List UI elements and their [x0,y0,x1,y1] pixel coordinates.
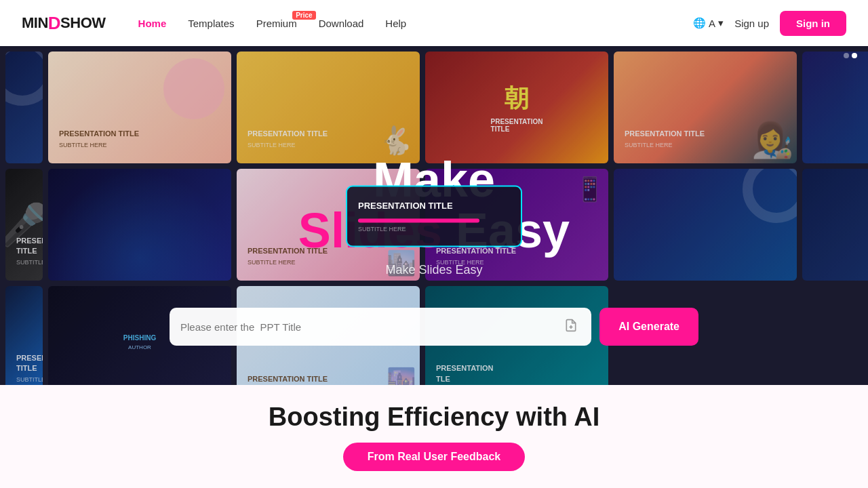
chevron-down-icon: ▾ [718,17,724,29]
logo[interactable]: MINDSHOW [22,13,106,34]
hero-subtitle: Make Slides Easy [385,263,482,277]
nav-download[interactable]: Download [319,18,364,29]
popup-bar [358,218,479,222]
language-selector[interactable]: 🌐 A ▾ [693,17,724,29]
popup-title: PRESENTATION TITLE [358,201,510,212]
nav-help[interactable]: Help [385,18,406,29]
nav-home[interactable]: Home [138,18,167,29]
price-badge: Price [292,11,315,20]
feedback-button[interactable]: From Real User Feedback [343,443,526,471]
hero-section: PRESENTATION TITLESUBTITLE HERE PRESENTA… [0,46,868,386]
popup-subtitle: SUBTITLE HERE [358,225,510,232]
center-popup-card: PRESENTATION TITLE SUBTITLE HERE [346,186,522,247]
signup-button[interactable]: Sign up [734,18,769,29]
bottom-section: Boosting Efficiency with AI From Real Us… [0,385,868,488]
nav-templates[interactable]: Templates [188,18,234,29]
search-file-icon[interactable] [561,316,580,338]
nav-premium[interactable]: Premium Price [256,18,297,29]
nav-links: Home Templates Premium Price Download He… [138,18,694,29]
nav-right: 🌐 A ▾ Sign up Sign in [693,11,846,36]
lang-icon: 🌐 [693,17,706,29]
logo-show-text: SHOW [60,14,105,32]
boosting-title: Boosting Efficiency with AI [269,403,599,432]
search-box [170,308,591,346]
signin-button[interactable]: Sign in [780,11,846,36]
lang-text: A [709,18,715,29]
ai-generate-button[interactable]: AI Generate [599,308,698,346]
search-container: AI Generate [170,308,698,346]
search-input[interactable] [180,321,561,333]
logo-mind-text: MIN [22,14,48,32]
navigation: MINDSHOW Home Templates Premium Price Do… [0,0,868,46]
logo-d-icon: D [48,13,60,34]
